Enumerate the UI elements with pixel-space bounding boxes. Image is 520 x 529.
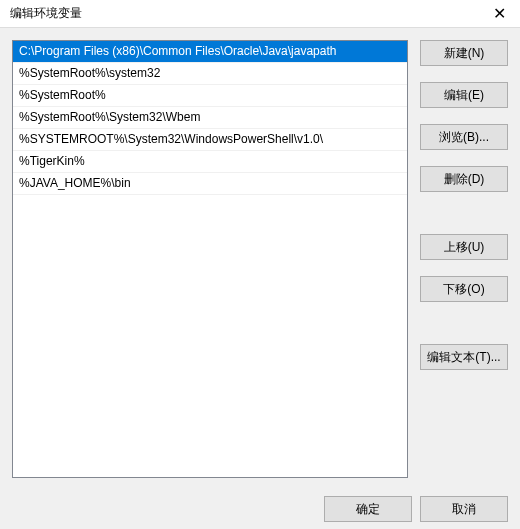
list-item[interactable]: %SystemRoot%\system32 bbox=[13, 63, 407, 85]
edit-button[interactable]: 编辑(E) bbox=[420, 82, 508, 108]
titlebar: 编辑环境变量 ✕ bbox=[0, 0, 520, 28]
move-up-button[interactable]: 上移(U) bbox=[420, 234, 508, 260]
move-down-button[interactable]: 下移(O) bbox=[420, 276, 508, 302]
path-listbox[interactable]: C:\Program Files (x86)\Common Files\Orac… bbox=[12, 40, 408, 478]
list-item[interactable]: %JAVA_HOME%\bin bbox=[13, 173, 407, 195]
new-button[interactable]: 新建(N) bbox=[420, 40, 508, 66]
browse-button[interactable]: 浏览(B)... bbox=[420, 124, 508, 150]
dialog-title: 编辑环境变量 bbox=[10, 5, 82, 22]
list-item[interactable]: %SYSTEMROOT%\System32\WindowsPowerShell\… bbox=[13, 129, 407, 151]
close-icon[interactable]: ✕ bbox=[487, 4, 512, 23]
dialog-footer: 确定 取消 bbox=[0, 488, 520, 529]
dialog-content: C:\Program Files (x86)\Common Files\Orac… bbox=[0, 28, 520, 488]
list-item[interactable]: %SystemRoot%\System32\Wbem bbox=[13, 107, 407, 129]
list-item[interactable]: %TigerKin% bbox=[13, 151, 407, 173]
button-column: 新建(N) 编辑(E) 浏览(B)... 删除(D) 上移(U) 下移(O) 编… bbox=[420, 40, 508, 488]
edit-text-button[interactable]: 编辑文本(T)... bbox=[420, 344, 508, 370]
delete-button[interactable]: 删除(D) bbox=[420, 166, 508, 192]
list-item[interactable]: C:\Program Files (x86)\Common Files\Orac… bbox=[13, 41, 407, 63]
cancel-button[interactable]: 取消 bbox=[420, 496, 508, 522]
ok-button[interactable]: 确定 bbox=[324, 496, 412, 522]
list-item[interactable]: %SystemRoot% bbox=[13, 85, 407, 107]
